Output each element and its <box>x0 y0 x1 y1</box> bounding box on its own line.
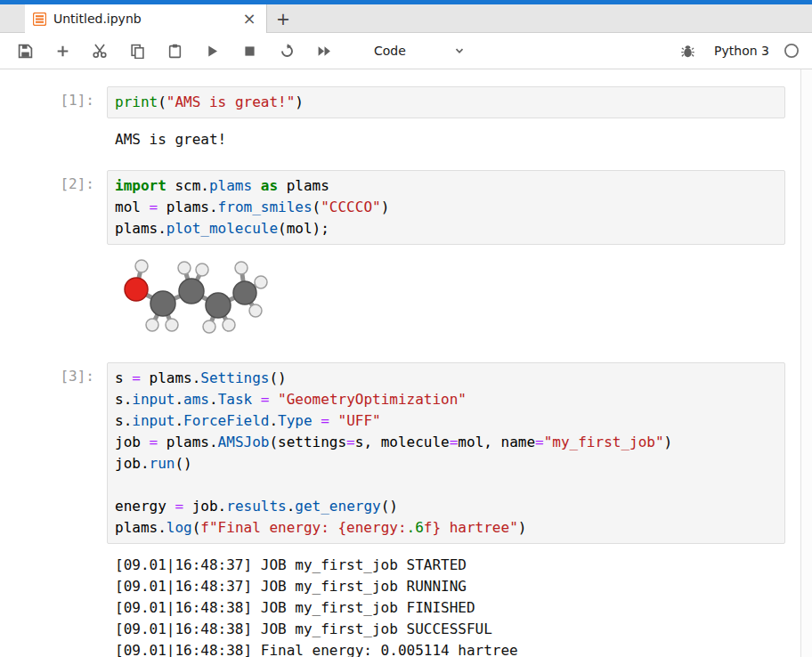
copy-cells-button[interactable] <box>125 38 150 63</box>
code-line: s = plams.Settings() <box>115 368 777 389</box>
paste-icon <box>167 44 183 59</box>
tab-title: Untitled.ipynb <box>53 12 234 26</box>
save-icon <box>18 44 33 59</box>
notebook-cell: [2]:import scm.plams as plamsmol = plams… <box>0 170 785 346</box>
tab-bar: Untitled.ipynb × + <box>0 4 812 33</box>
restart-run-all-button[interactable] <box>312 38 337 63</box>
save-button[interactable] <box>12 38 37 63</box>
cell-code-editor[interactable]: import scm.plams as plamsmol = plams.fro… <box>107 170 785 245</box>
notebook-panel: [1]:print("AMS is great!")AMS is great![… <box>0 69 812 657</box>
cell-output: [09.01|16:48:37] JOB my_first_job STARTE… <box>107 551 785 657</box>
code-line: plams.log(f"Final energy: {energy:.6f} h… <box>115 517 777 539</box>
cell-output-text: [09.01|16:48:37] JOB my_first_job STARTE… <box>115 555 777 657</box>
cell-output-prompt <box>0 126 107 131</box>
toolbar-right-group: Python 3 <box>675 38 800 63</box>
cell-code-editor[interactable]: s = plams.Settings()s.input.ams.Task = "… <box>107 362 785 544</box>
copy-icon <box>130 44 145 59</box>
code-line: import scm.plams as plams <box>115 175 777 197</box>
new-tab-button[interactable]: + <box>267 4 299 32</box>
scissors-icon <box>92 43 108 59</box>
cell-output-row: [09.01|16:48:37] JOB my_first_job STARTE… <box>0 544 785 657</box>
code-line: energy = job.results.get_energy() <box>115 496 777 517</box>
scrollbar[interactable] <box>800 69 812 657</box>
notebook-cell-list: [1]:print("AMS is great!")AMS is great![… <box>0 86 812 657</box>
cell-input-prompt: [1]: <box>0 86 107 109</box>
stop-icon <box>242 44 257 59</box>
code-line: plams.plot_molecule(mol); <box>115 218 777 239</box>
cell-type-dropdown[interactable]: Code <box>370 39 470 62</box>
cell-input-row: [1]:print("AMS is great!") <box>0 86 785 118</box>
tab-close-button[interactable]: × <box>241 11 257 27</box>
cell-output-row <box>0 245 785 346</box>
plus-icon <box>55 44 70 59</box>
paste-cells-button[interactable] <box>162 38 187 63</box>
cell-output-text: AMS is great! <box>115 129 777 150</box>
notebook-cell: [1]:print("AMS is great!")AMS is great! <box>0 86 785 154</box>
cell-output-prompt <box>0 551 107 556</box>
kernel-name[interactable]: Python 3 <box>714 44 769 58</box>
cell-output <box>107 252 785 346</box>
cell-output-prompt <box>0 252 107 257</box>
play-icon <box>205 44 220 59</box>
restart-icon <box>280 44 295 59</box>
molecule-image <box>115 256 268 339</box>
cell-input-row: [3]:s = plams.Settings()s.input.ams.Task… <box>0 362 785 544</box>
restart-kernel-button[interactable] <box>274 38 299 63</box>
cell-output: AMS is great! <box>107 126 785 154</box>
interrupt-kernel-button[interactable] <box>237 38 262 63</box>
notebook-cell: [3]:s = plams.Settings()s.input.ams.Task… <box>0 362 785 657</box>
cell-type-label: Code <box>374 44 406 58</box>
kernel-status-icon <box>784 43 800 59</box>
code-line: s.input.ams.Task = "GeometryOptimization… <box>115 389 777 410</box>
code-line: mol = plams.from_smiles("CCCCO") <box>115 197 777 218</box>
fast-forward-icon <box>317 44 332 59</box>
code-line: s.input.ForceField.Type = "UFF" <box>115 410 777 432</box>
cell-input-row: [2]:import scm.plams as plamsmol = plams… <box>0 170 785 245</box>
cell-input-prompt: [3]: <box>0 362 107 385</box>
cut-cells-button[interactable] <box>87 38 112 63</box>
bug-icon <box>680 44 695 59</box>
code-line: job = plams.AMSJob(settings=s, molecule=… <box>115 432 777 453</box>
code-line: print("AMS is great!") <box>115 92 777 113</box>
insert-cell-button[interactable] <box>50 38 75 63</box>
jupyter-notebook-icon <box>33 12 46 26</box>
cell-input-prompt: [2]: <box>0 170 107 192</box>
cell-code-editor[interactable]: print("AMS is great!") <box>107 86 785 118</box>
debugger-button[interactable] <box>675 38 700 63</box>
chevron-down-icon <box>452 44 467 58</box>
tab-untitled-ipynb[interactable]: Untitled.ipynb × <box>25 4 267 33</box>
jupyterlab-window: Untitled.ipynb × + <box>0 0 812 657</box>
notebook-toolbar: Code Python 3 <box>0 33 812 69</box>
run-cell-button[interactable] <box>199 38 224 63</box>
cell-output-row: AMS is great! <box>0 118 785 154</box>
code-line: job.run() <box>115 453 777 474</box>
code-line <box>115 474 777 496</box>
